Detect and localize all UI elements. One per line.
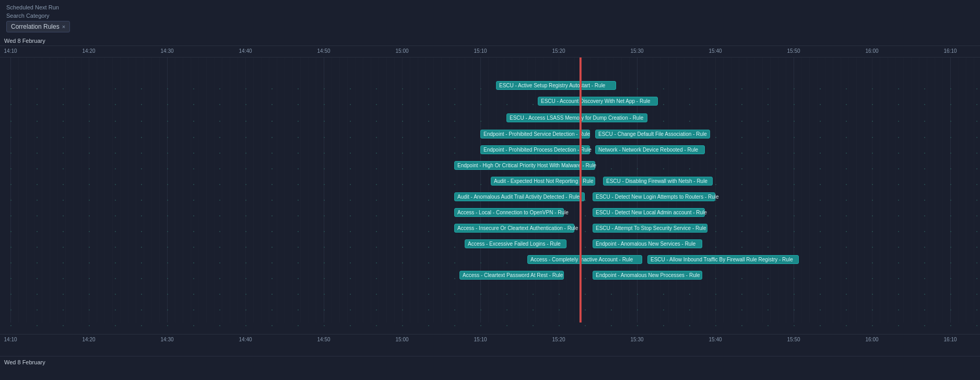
- timeline-scroll[interactable]: 14:1014:2014:3014:4014:5015:0015:1015:20…: [0, 46, 980, 356]
- event-bar-4[interactable]: ESCU - Change Default File Association -…: [595, 130, 710, 139]
- event-bar-17[interactable]: Endpoint - Anomalous New Services - Rule: [593, 239, 702, 248]
- dot-tick: [820, 153, 821, 154]
- event-bar-15[interactable]: ESCU - Attempt To Stop Security Service …: [593, 224, 707, 233]
- dot-tick: [768, 104, 769, 105]
- dot-tick: [428, 231, 429, 232]
- dot-tick: [37, 215, 38, 216]
- event-bar-0[interactable]: ESCU - Active Setup Registry Autostart -…: [496, 81, 616, 90]
- event-bar-9[interactable]: ESCU - Disabling Firewall with Netsh - R…: [603, 177, 713, 186]
- minor-grid-line: [707, 57, 708, 323]
- minor-grid-line: [488, 57, 489, 323]
- minor-grid-line: [535, 57, 536, 323]
- dot-tick: [193, 137, 194, 138]
- event-bar-12[interactable]: Access - Local - Connection to OpenVPN -…: [454, 208, 564, 217]
- dot-tick: [689, 121, 690, 122]
- minor-grid-line: [660, 57, 661, 323]
- dot-tick: [141, 294, 142, 295]
- dot-tick: [846, 137, 847, 138]
- dot-tick: [350, 247, 351, 248]
- minor-grid-line: [426, 57, 426, 323]
- event-bar-1[interactable]: ESCU - Account Discovery With Net App - …: [538, 97, 658, 106]
- event-bar-21[interactable]: Endpoint - Anomalous New Processes - Rul…: [593, 271, 702, 280]
- time-label-bottom-1540: 15:40: [709, 337, 722, 342]
- dot-tick: [167, 309, 168, 310]
- dot-tick: [271, 153, 273, 154]
- dot-tick: [820, 200, 821, 201]
- dot-tick: [741, 294, 742, 295]
- event-bar-2[interactable]: ESCU - Access LSASS Memory for Dump Crea…: [506, 113, 647, 122]
- dot-tick: [585, 215, 586, 216]
- dot-tick: [402, 247, 403, 248]
- dot-tick: [115, 247, 116, 248]
- event-bar-6[interactable]: Network - Network Device Rebooted - Rule: [595, 145, 705, 154]
- time-label-1610: 16:10: [943, 48, 957, 54]
- dot-tick: [402, 325, 403, 326]
- dot-tick: [167, 325, 168, 326]
- minor-grid-line: [903, 57, 904, 323]
- dot-tick: [219, 294, 220, 295]
- timeline-wrapper: Wed 8 February 14:1014:2014:3014:4014:50…: [0, 36, 980, 367]
- event-bar-20[interactable]: Access - Cleartext Password At Rest - Ru…: [459, 271, 564, 280]
- event-bar-16[interactable]: Access - Excessive Failed Logins - Rule: [465, 239, 566, 248]
- dot-tick: [768, 215, 769, 216]
- dot-tick: [924, 121, 925, 122]
- dot-tick: [428, 153, 429, 154]
- dot-tick: [271, 168, 273, 169]
- tag-close-icon[interactable]: ×: [62, 24, 65, 30]
- dot-tick: [976, 325, 977, 326]
- dot-tick: [741, 137, 742, 138]
- dot-tick: [271, 247, 273, 248]
- dot-tick: [794, 200, 795, 201]
- event-bar-13[interactable]: ESCU - Detect New Local Admin account - …: [593, 208, 705, 217]
- dot-tick: [324, 309, 325, 310]
- dot-tick: [298, 215, 299, 216]
- dot-tick: [89, 137, 90, 138]
- dot-tick: [141, 184, 142, 185]
- dot-tick: [350, 215, 351, 216]
- dot-tick: [10, 262, 11, 263]
- dot-tick: [193, 262, 194, 263]
- correlation-rules-tag[interactable]: Correlation Rules ×: [6, 21, 70, 32]
- event-bar-19[interactable]: ESCU - Allow Inbound Traffic By Firewall…: [647, 255, 799, 264]
- dot-tick: [898, 247, 899, 248]
- dot-tick: [219, 215, 220, 216]
- dot-tick: [402, 309, 403, 310]
- event-bar-11[interactable]: ESCU - Detect New Login Attempts to Rout…: [593, 192, 715, 201]
- dot-tick: [428, 325, 429, 326]
- dot-tick: [350, 184, 351, 185]
- dot-tick: [193, 88, 194, 89]
- minor-grid-line: [935, 57, 935, 323]
- dot-tick: [10, 309, 11, 310]
- time-ruler-top: 14:1014:2014:3014:4014:5015:0015:1015:20…: [0, 46, 980, 57]
- minor-grid-line: [18, 57, 19, 323]
- minor-grid-line: [504, 57, 504, 323]
- dot-tick: [741, 247, 742, 248]
- event-bar-18[interactable]: Access - Completely Inactive Account - R…: [527, 255, 642, 264]
- dot-tick: [950, 262, 951, 263]
- dot-tick: [350, 294, 351, 295]
- dot-tick: [167, 200, 168, 201]
- event-bar-14[interactable]: Access - Insecure Or Cleartext Authentic…: [454, 224, 574, 233]
- minor-grid-line: [57, 57, 58, 323]
- dot-tick: [37, 200, 38, 201]
- dot-tick: [271, 262, 273, 263]
- minor-grid-line: [449, 57, 450, 323]
- dot-tick: [324, 104, 325, 105]
- event-bar-3[interactable]: Endpoint - Prohibited Service Detection …: [480, 130, 590, 139]
- minor-grid-line: [292, 57, 293, 323]
- time-label-1410: 14:10: [4, 48, 17, 54]
- dot-tick: [846, 294, 847, 295]
- dot-tick: [402, 88, 403, 89]
- event-bar-10[interactable]: Audit - Anomalous Audit Trail Activity D…: [454, 192, 585, 201]
- event-bar-7[interactable]: Endpoint - High Or Critical Priority Hos…: [454, 161, 595, 170]
- dot-tick: [324, 168, 325, 169]
- dot-tick: [898, 121, 899, 122]
- minor-grid-line: [825, 57, 825, 323]
- dot-tick: [715, 294, 716, 295]
- grid-line-2: [167, 57, 168, 323]
- dot-tick: [585, 294, 586, 295]
- dot-tick: [63, 104, 64, 105]
- minor-grid-line: [371, 57, 371, 323]
- dot-tick: [585, 200, 586, 201]
- event-bar-5[interactable]: Endpoint - Prohibited Process Detection …: [480, 145, 590, 154]
